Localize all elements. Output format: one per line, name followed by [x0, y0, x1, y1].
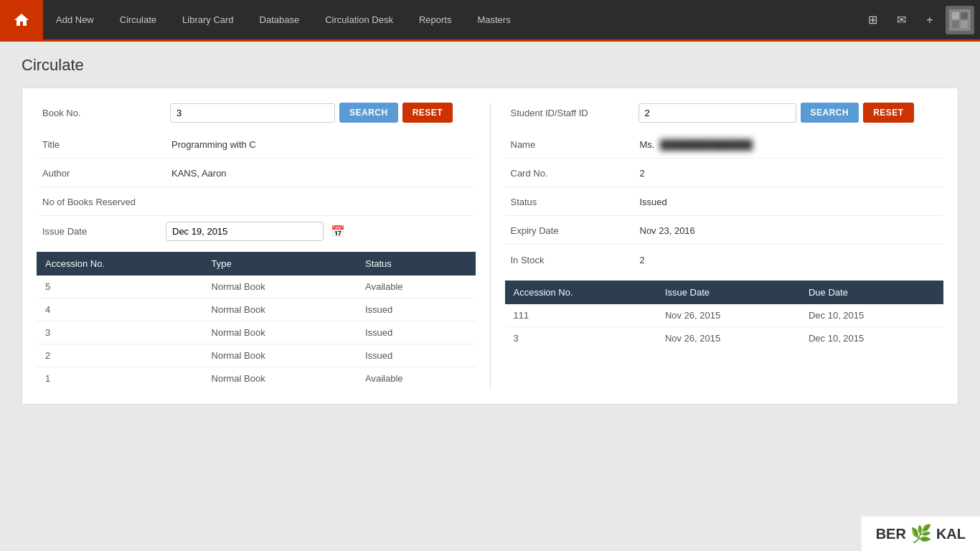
- navbar: Add New Circulate Library Card Database …: [0, 0, 980, 42]
- expiry-date-row: Expiry Date Nov 23, 2016: [505, 217, 944, 245]
- expiry-date-label: Expiry Date: [505, 221, 634, 240]
- table-row[interactable]: 3 Nov 26, 2015 Dec 10, 2015: [505, 327, 944, 350]
- author-label: Author: [37, 164, 166, 183]
- col-issue-date: Issue Date: [656, 281, 800, 304]
- mail-icon[interactable]: ✉: [888, 7, 914, 33]
- nav-circulate[interactable]: Circulate: [107, 0, 169, 39]
- nav-circulation-desk[interactable]: Circulation Desk: [312, 0, 406, 39]
- svg-rect-4: [961, 21, 968, 28]
- books-table: Accession No. Type Status 5 Normal Book …: [37, 252, 476, 390]
- issue-date-cell: Nov 26, 2015: [656, 327, 800, 350]
- issue-date-cell: Nov 26, 2015: [656, 304, 800, 327]
- col-due-date: Due Date: [800, 281, 943, 304]
- grid-icon[interactable]: ⊞: [859, 7, 885, 33]
- page-title: Circulate: [22, 56, 958, 75]
- type-cell: Normal Book: [203, 298, 357, 321]
- accession-cell: 111: [505, 304, 656, 327]
- name-row: Name Ms. ██████████████: [505, 131, 944, 159]
- in-stock-label: In Stock: [505, 250, 634, 270]
- footer-brand: BER 🌿 KAL: [861, 516, 980, 551]
- due-date-cell: Dec 10, 2015: [800, 304, 943, 327]
- table-row[interactable]: 3 Normal Book Issued: [37, 321, 476, 344]
- in-stock-value: 2: [634, 250, 944, 270]
- author-row: Author KANS, Aaron: [37, 160, 476, 187]
- name-blurred: ██████████████: [660, 139, 753, 150]
- accession-cell: 5: [37, 276, 203, 298]
- expiry-date-value: Nov 23, 2016: [634, 221, 944, 240]
- name-value: Ms. ██████████████: [634, 135, 944, 154]
- student-id-label: Student ID/Staff ID: [505, 103, 634, 123]
- no-books-label: No of Books Reserved: [37, 192, 166, 212]
- status-cell: Available: [357, 367, 476, 390]
- home-button[interactable]: [0, 0, 43, 39]
- name-prefix: Ms.: [640, 139, 655, 150]
- student-id-input[interactable]: [639, 103, 796, 123]
- table-row[interactable]: 2 Normal Book Issued: [37, 344, 476, 367]
- svg-rect-2: [961, 12, 968, 19]
- status-row: Status Issued: [505, 189, 944, 216]
- brand-leaf-icon: 🌿: [910, 524, 932, 544]
- col-status: Status: [357, 252, 476, 276]
- student-reset-button[interactable]: RESET: [863, 103, 914, 123]
- card-no-label: Card No.: [505, 164, 634, 183]
- col-type: Type: [203, 252, 357, 276]
- name-label: Name: [505, 135, 634, 154]
- card-no-value: 2: [634, 164, 944, 183]
- brand-text-2: KAL: [936, 526, 966, 542]
- main-card: Book No. SEARCH RESET Title Programming …: [22, 88, 958, 405]
- nav-masters[interactable]: Masters: [464, 0, 523, 39]
- issued-books-table: Accession No. Issue Date Due Date 111 No…: [505, 281, 944, 349]
- nav-reports[interactable]: Reports: [406, 0, 465, 39]
- nav-database[interactable]: Database: [247, 0, 313, 39]
- book-search-row: Book No. SEARCH RESET: [37, 103, 476, 123]
- type-cell: Normal Book: [203, 276, 357, 298]
- accession-cell: 3: [505, 327, 656, 350]
- svg-rect-3: [952, 21, 959, 28]
- accession-cell: 2: [37, 344, 203, 367]
- left-panel: Book No. SEARCH RESET Title Programming …: [37, 103, 476, 390]
- status-cell: Available: [357, 276, 476, 298]
- book-search-button[interactable]: SEARCH: [339, 103, 398, 123]
- type-cell: Normal Book: [203, 344, 357, 367]
- status-label: Status: [505, 192, 634, 212]
- status-value: Issued: [634, 192, 944, 212]
- accession-cell: 4: [37, 298, 203, 321]
- table-row[interactable]: 111 Nov 26, 2015 Dec 10, 2015: [505, 304, 944, 327]
- accession-cell: 1: [37, 367, 203, 390]
- no-books-row: No of Books Reserved: [37, 189, 476, 216]
- due-date-cell: Dec 10, 2015: [800, 327, 943, 350]
- status-cell: Issued: [357, 344, 476, 367]
- nav-add-new[interactable]: Add New: [43, 0, 107, 39]
- status-cell: Issued: [357, 298, 476, 321]
- brand-text-1: BER: [876, 526, 906, 542]
- issue-date-row: Issue Date 📅: [37, 217, 476, 245]
- svg-rect-1: [952, 12, 959, 19]
- status-cell: Issued: [357, 321, 476, 344]
- issue-date-label: Issue Date: [37, 222, 166, 241]
- table-row[interactable]: 1 Normal Book Available: [37, 367, 476, 390]
- nav-action-icons: ⊞ ✉ +: [859, 0, 980, 39]
- nav-library-card[interactable]: Library Card: [169, 0, 247, 39]
- user-avatar[interactable]: [946, 6, 974, 34]
- col-accession-no-inner: Accession No.: [505, 281, 656, 304]
- issue-date-input[interactable]: [166, 222, 324, 241]
- panel-divider: [490, 103, 491, 390]
- calendar-icon[interactable]: 📅: [331, 225, 345, 238]
- author-value: KANS, Aaron: [166, 164, 476, 183]
- student-search-row: Student ID/Staff ID SEARCH RESET: [505, 103, 944, 123]
- no-books-value: [166, 198, 476, 207]
- student-search-button[interactable]: SEARCH: [801, 103, 859, 123]
- accession-cell: 3: [37, 321, 203, 344]
- book-no-input[interactable]: [170, 103, 335, 123]
- title-row: Title Programming with C: [37, 131, 476, 159]
- title-label: Title: [37, 135, 166, 154]
- book-reset-button[interactable]: RESET: [402, 103, 453, 123]
- plus-icon[interactable]: +: [917, 7, 943, 33]
- table-row[interactable]: 4 Normal Book Issued: [37, 298, 476, 321]
- table-row[interactable]: 5 Normal Book Available: [37, 276, 476, 298]
- card-no-row: Card No. 2: [505, 160, 944, 187]
- in-stock-row: In Stock 2: [505, 246, 944, 273]
- right-panel: Student ID/Staff ID SEARCH RESET Name Ms…: [505, 103, 944, 390]
- col-accession-no: Accession No.: [37, 252, 203, 276]
- nav-links: Add New Circulate Library Card Database …: [43, 0, 859, 39]
